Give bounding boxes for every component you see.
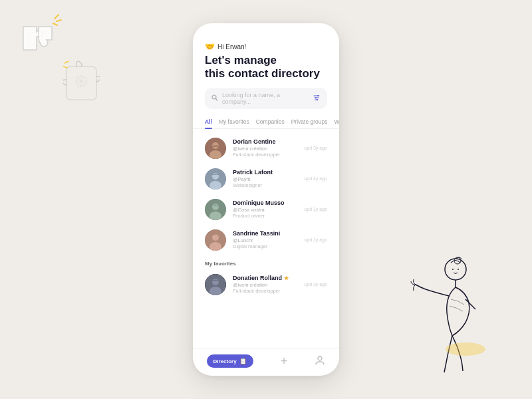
directory-icon: 📋	[239, 358, 247, 364]
greeting-line: 🤝 Hi Erwan!	[205, 42, 327, 51]
svg-point-10	[458, 269, 459, 270]
tab-favorites[interactable]: My favorites	[219, 114, 249, 128]
avatar-donatien	[205, 274, 226, 295]
phone-frame: 🤝 Hi Erwan! Let's manage this contact di…	[193, 23, 339, 376]
svg-point-19	[315, 97, 317, 98]
contacts-area: Dorian Gentine @ivem création Full-stack…	[193, 130, 339, 348]
favorites-section-label: My favorites	[193, 255, 339, 269]
doodle-figure-right	[399, 246, 505, 379]
contact-handle-dorian: @ivem création	[233, 146, 297, 152]
svg-point-20	[317, 99, 318, 100]
doodle-puzzle-top-left	[13, 13, 66, 66]
contact-time-dorian: upd 3y ago	[304, 146, 327, 150]
tab-private-groups[interactable]: Private groups	[291, 114, 328, 128]
svg-point-9	[452, 269, 454, 270]
contact-name-dorian: Dorian Gentine	[233, 138, 297, 145]
bottom-nav: Directory 📋 +	[193, 348, 339, 376]
directory-label: Directory	[213, 358, 237, 364]
svg-line-14	[216, 98, 218, 100]
greeting-text: Hi Erwan!	[217, 43, 246, 51]
svg-line-0	[55, 15, 59, 19]
contact-role-patrick: Webdesigner	[233, 182, 297, 188]
avatar-dorian	[205, 138, 226, 159]
favorite-star: ★	[284, 275, 289, 281]
contact-info-dominique: Dominique Musso @Cosa vostra Product own…	[233, 200, 297, 219]
svg-line-2	[53, 23, 57, 25]
search-icon	[211, 94, 218, 102]
main-title: Let's manage this contact directory	[205, 54, 327, 81]
directory-button[interactable]: Directory 📋	[207, 354, 253, 368]
contact-time-dominique: upd 1y ago	[304, 207, 327, 211]
contact-item-patrick[interactable]: Patrick Lafont @Payfit Webdesigner upd 4…	[193, 164, 339, 194]
contact-item-dorian[interactable]: Dorian Gentine @ivem création Full-stack…	[193, 133, 339, 164]
contact-handle-donatien: @ivem création	[233, 282, 297, 288]
contact-handle-dominique: @Cosa vostra	[233, 207, 297, 213]
svg-point-8	[454, 257, 461, 264]
contact-info-sandrine: Sandrine Tassini @Lunchr Digital manager	[233, 230, 297, 249]
contact-item-sandrine[interactable]: Sandrine Tassini @Lunchr Digital manager…	[193, 225, 339, 255]
avatar-dominique	[205, 199, 226, 220]
contact-role-dorian: Full-stack developper	[233, 152, 297, 158]
contact-time-patrick: upd 4y ago	[304, 176, 327, 181]
contact-role-dominique: Product owner	[233, 213, 297, 219]
svg-point-12	[446, 342, 485, 356]
header-area: 🤝 Hi Erwan! Let's manage this contact di…	[193, 23, 339, 88]
svg-point-37	[318, 356, 322, 360]
tab-all[interactable]: All	[205, 114, 212, 128]
svg-line-1	[57, 20, 61, 21]
doodle-puzzle-mid-left	[63, 60, 100, 103]
svg-line-6	[63, 66, 67, 68]
svg-point-4	[76, 76, 86, 86]
contact-role-sandrine: Digital manager	[233, 243, 297, 249]
contact-name-donatien: Donatien Rolland ★	[233, 275, 297, 281]
contact-role-donatien: Full-stack developper	[233, 288, 297, 294]
contact-handle-patrick: @Payfit	[233, 176, 297, 182]
contact-item-dominique[interactable]: Dominique Musso @Cosa vostra Product own…	[193, 194, 339, 225]
phone-content: 🤝 Hi Erwan! Let's manage this contact di…	[193, 23, 339, 376]
contact-info-donatien: Donatien Rolland ★ @ivem création Full-s…	[233, 275, 297, 294]
search-area: Looking for a name, a company...	[193, 88, 339, 114]
tab-companies[interactable]: Companies	[256, 114, 285, 128]
svg-line-5	[65, 61, 68, 63]
greeting-emoji: 🤝	[205, 42, 215, 51]
contact-time-donatien: upd 3y ago	[304, 282, 327, 287]
contact-name-sandrine: Sandrine Tassini	[233, 230, 297, 237]
contact-item-donatien[interactable]: Donatien Rolland ★ @ivem création Full-s…	[193, 269, 339, 300]
tab-working[interactable]: Working	[334, 114, 339, 128]
svg-rect-3	[66, 66, 96, 100]
person-button[interactable]	[315, 355, 325, 368]
search-placeholder[interactable]: Looking for a name, a company...	[222, 92, 309, 105]
contact-name-dominique: Dominique Musso	[233, 200, 297, 206]
search-bar[interactable]: Looking for a name, a company...	[205, 88, 327, 109]
contact-handle-sandrine: @Lunchr	[233, 237, 297, 243]
svg-point-7	[445, 259, 466, 280]
contact-info-patrick: Patrick Lafont @Payfit Webdesigner	[233, 169, 297, 188]
avatar-patrick	[205, 168, 226, 190]
contact-name-patrick: Patrick Lafont	[233, 169, 297, 176]
tabs-area: All My favorites Companies Private group…	[193, 114, 339, 129]
contact-time-sandrine: upd 1y ago	[304, 237, 327, 242]
filter-icon[interactable]	[313, 94, 321, 103]
avatar-sandrine	[205, 229, 226, 251]
add-button[interactable]: +	[281, 355, 288, 367]
contact-info-dorian: Dorian Gentine @ivem création Full-stack…	[233, 138, 297, 158]
svg-point-18	[317, 95, 319, 96]
